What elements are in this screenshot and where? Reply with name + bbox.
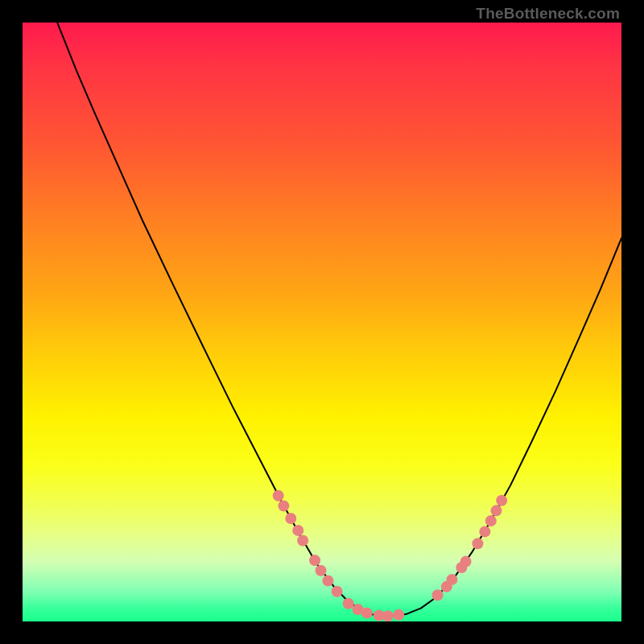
bottleneck-curve-chart: [23, 23, 621, 621]
highlight-dot-left: [285, 513, 296, 524]
highlight-dot-right: [491, 505, 502, 516]
highlight-dot-left: [297, 535, 308, 547]
highlight-dot-right: [496, 495, 507, 506]
highlight-dot-left: [382, 610, 394, 621]
highlight-dot-left: [292, 525, 303, 536]
watermark-label: TheBottleneck.com: [476, 5, 620, 23]
highlight-dot-left: [278, 500, 289, 511]
highlight-dot-right: [446, 574, 457, 585]
highlight-dot-left: [309, 555, 320, 566]
highlight-dot-left: [393, 609, 404, 621]
highlight-dot-left: [361, 608, 373, 619]
highlight-dot-right: [472, 538, 483, 549]
bottleneck-curve: [57, 23, 621, 616]
highlight-dot-right: [485, 515, 497, 526]
gradient-plot-area: [23, 23, 621, 621]
highlight-dot-left: [273, 490, 284, 502]
highlight-dot-right: [460, 556, 472, 568]
highlight-dot-left: [316, 565, 327, 576]
highlight-dot-left: [322, 575, 333, 586]
highlight-dot-right: [432, 589, 444, 601]
highlight-dot-left: [343, 598, 354, 609]
highlight-dot-right: [479, 526, 490, 537]
highlight-dot-left: [332, 586, 343, 597]
